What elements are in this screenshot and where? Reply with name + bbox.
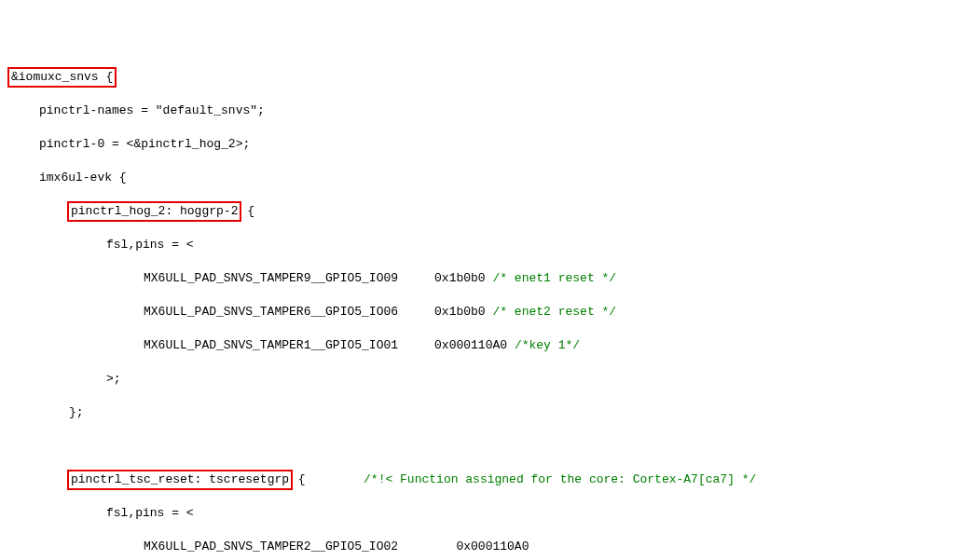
code-line: }; (0, 404, 976, 421)
comment: /*!< Function assigned for the core: Cor… (364, 472, 756, 486)
code-line: MX6ULL_PAD_SNVS_TAMPER1__GPIO5_IO01 0x00… (0, 337, 976, 354)
code-line: &iomuxc_snvs { (0, 69, 976, 86)
code-line: imx6ul-evk { (0, 170, 976, 186)
code-line: MX6ULL_PAD_SNVS_TAMPER2__GPIO5_IO02 0x00… (0, 539, 976, 555)
highlight-pinctrl-tsc-reset: pinctrl_tsc_reset: tscresetgrp (67, 470, 293, 490)
pin-def: MX6ULL_PAD_SNVS_TAMPER6__GPIO5_IO06 0x1b… (144, 305, 492, 319)
brace-open: { (291, 472, 364, 486)
pin-def: MX6ULL_PAD_SNVS_TAMPER1__GPIO5_IO01 0x00… (144, 338, 515, 352)
comment: /* enet2 reset */ (492, 305, 616, 319)
highlight-pinctrl-hog-2: pinctrl_hog_2: hoggrp-2 (67, 201, 241, 222)
code-line: pinctrl_hog_2: hoggrp-2 { (0, 203, 976, 220)
comment: /*key 1*/ (515, 338, 580, 352)
code-line: pinctrl-0 = <&pinctrl_hog_2>; (0, 136, 976, 153)
highlight-iomuxc-snvs: &iomuxc_snvs { (7, 67, 117, 88)
comment: /* enet1 reset */ (492, 271, 616, 285)
code-line: fsl,pins = < (0, 505, 976, 522)
brace-open: { (240, 204, 254, 218)
code-line: MX6ULL_PAD_SNVS_TAMPER6__GPIO5_IO06 0x1b… (0, 304, 976, 321)
code-line: MX6ULL_PAD_SNVS_TAMPER9__GPIO5_IO09 0x1b… (0, 270, 976, 287)
code-line: fsl,pins = < (0, 237, 976, 253)
pin-def: MX6ULL_PAD_SNVS_TAMPER9__GPIO5_IO09 0x1b… (144, 271, 492, 285)
code-line: pinctrl_tsc_reset: tscresetgrp { /*!< Fu… (0, 471, 976, 488)
code-line: pinctrl-names = "default_snvs"; (0, 102, 976, 119)
code-line: >; (0, 371, 976, 388)
blank-line (0, 438, 976, 455)
